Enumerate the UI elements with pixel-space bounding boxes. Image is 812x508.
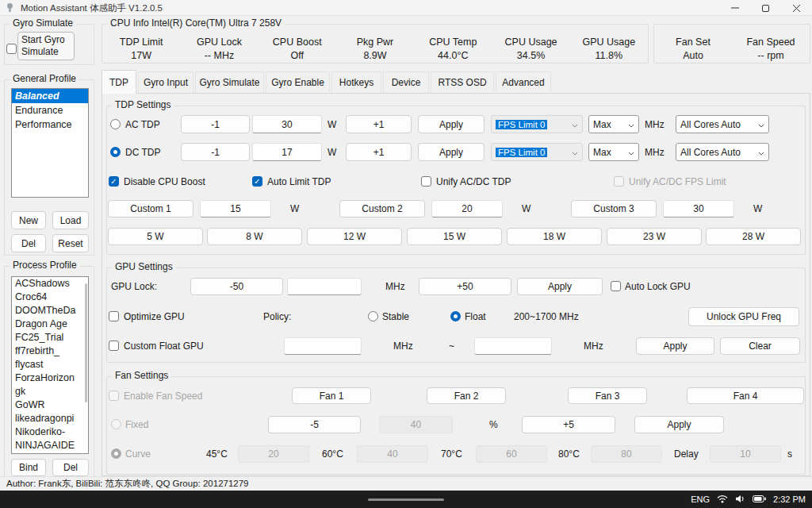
process-bind-button[interactable]: Bind [11,459,46,476]
float-gpu-apply-button[interactable]: Apply [636,337,714,355]
list-item[interactable]: ff7rebirth_ [12,344,88,358]
tab-gyro-simulate[interactable]: Gyro Simulate [195,71,264,93]
list-item[interactable]: ACShadows [12,277,88,291]
policy-stable-radio[interactable] [368,311,378,321]
ac-freq-combo[interactable]: Max [588,115,639,133]
list-item[interactable]: GoWR [12,398,88,412]
float-gpu-min-input[interactable] [284,337,362,355]
fan-fixed-radio[interactable] [111,419,121,429]
quick-tdp-28w-button[interactable]: 28 W [706,228,801,245]
wifi-icon[interactable] [717,495,728,505]
auto-lock-gpu-checkbox[interactable] [611,281,621,291]
float-gpu-clear-button[interactable]: Clear [720,337,800,355]
quick-tdp-15w-button[interactable]: 15 W [407,228,502,245]
curve-value2-input[interactable] [357,445,428,463]
custom3-button[interactable]: Custom 3 [571,200,657,217]
dc-tdp-increment-button[interactable]: +1 [346,143,412,161]
disable-cpu-boost-checkbox[interactable]: ✓ [109,176,119,187]
volume-icon[interactable] [735,495,745,505]
fan4-button[interactable]: Fan 4 [687,387,804,404]
dc-tdp-apply-button[interactable]: Apply [418,143,485,161]
dc-freq-combo[interactable]: Max [588,143,639,161]
curve-delay-input[interactable] [710,445,781,463]
list-item[interactable]: Endurance [12,103,88,117]
ac-tdp-value-input[interactable] [252,115,322,133]
ac-tdp-apply-button[interactable]: Apply [418,115,485,133]
fan1-button[interactable]: Fan 1 [292,387,371,404]
ac-cores-combo[interactable]: All Cores Auto [676,115,769,133]
profile-new-button[interactable]: New [11,211,46,229]
dc-cores-combo[interactable]: All Cores Auto [676,143,769,161]
enable-fan-speed-checkbox[interactable] [109,391,119,401]
quick-tdp-5w-button[interactable]: 5 W [108,228,203,245]
process-del-button[interactable]: Del [52,459,89,476]
gpu-lock-apply-button[interactable]: Apply [517,278,603,295]
ac-tdp-decrement-button[interactable]: -1 [181,115,250,133]
custom-float-gpu-checkbox[interactable] [109,341,119,351]
tab-rtss-osd[interactable]: RTSS OSD [431,71,494,93]
tab-tdp[interactable]: TDP [102,70,136,94]
gpu-lock-value-input[interactable] [287,278,362,295]
close-button[interactable] [780,0,812,16]
taskbar-indicator[interactable] [368,498,444,501]
tab-hotkeys[interactable]: Hotkeys [331,71,381,93]
list-item[interactable]: flycast [12,358,88,371]
fan-curve-radio[interactable] [111,448,121,459]
curve-value1-input[interactable] [238,445,309,463]
list-item[interactable]: Performance [12,117,88,132]
fan-fixed-decrement-button[interactable]: -5 [268,416,361,433]
fan-fixed-apply-button[interactable]: Apply [634,416,724,433]
custom2-value-input[interactable] [431,200,503,217]
curve-value3-input[interactable] [476,445,547,463]
tab-gyro-input[interactable]: Gyro Input [138,71,193,93]
fan2-button[interactable]: Fan 2 [427,387,506,404]
ac-fps-limit-combo[interactable]: FPS Limit 0 [491,115,583,133]
custom2-button[interactable]: Custom 2 [339,200,425,217]
clock[interactable]: 2:32 PM [773,495,806,504]
tab-advanced[interactable]: Advanced [496,71,551,93]
profile-del-button[interactable]: Del [11,234,46,252]
dc-tdp-radio[interactable] [110,147,121,157]
gpu-lock-increment-button[interactable]: +50 [419,278,511,295]
list-item[interactable]: Croc64 [12,291,88,304]
float-gpu-max-input[interactable] [474,337,552,355]
unify-acdc-tdp-checkbox[interactable] [421,176,431,187]
quick-tdp-8w-button[interactable]: 8 W [207,228,302,245]
policy-float-radio[interactable] [450,311,461,321]
list-item[interactable]: Dragon Age [12,318,88,331]
list-item[interactable]: gk [12,385,88,398]
optimize-gpu-checkbox[interactable] [109,311,119,321]
custom1-value-input[interactable] [200,200,271,217]
ac-tdp-radio[interactable] [110,119,121,129]
fan3-button[interactable]: Fan 3 [568,387,647,404]
unify-acdc-fps-checkbox[interactable] [614,176,624,187]
dc-fps-limit-combo[interactable]: FPS Limit 0 [491,143,583,161]
battery-icon[interactable] [753,495,766,504]
quick-tdp-12w-button[interactable]: 12 W [307,228,402,245]
start-gyro-simulate-button[interactable]: Start Gyro Simulate [17,32,75,60]
quick-tdp-18w-button[interactable]: 18 W [507,228,602,245]
maximize-button[interactable] [750,0,780,16]
list-item[interactable]: Balanced [12,89,88,103]
custom3-value-input[interactable] [663,200,734,217]
list-item[interactable]: Nikoderiko- [12,425,88,439]
dc-tdp-value-input[interactable] [252,143,322,161]
custom1-button[interactable]: Custom 1 [108,200,193,217]
auto-limit-tdp-checkbox[interactable]: ✓ [252,176,262,187]
process-list-scrollbar[interactable] [85,283,87,402]
ac-tdp-increment-button[interactable]: +1 [346,115,412,133]
gpu-lock-decrement-button[interactable]: -50 [190,278,283,295]
list-item[interactable]: likeadragonpi [12,412,88,425]
tab-gyro-enable[interactable]: Gyro Enable [266,71,330,93]
profile-load-button[interactable]: Load [52,211,89,229]
fan-fixed-increment-button[interactable]: +5 [522,416,615,433]
dc-tdp-decrement-button[interactable]: -1 [181,143,250,161]
language-indicator[interactable]: ENG [691,495,710,504]
list-item[interactable]: ForzaHorizon [12,371,88,385]
start-gyro-checkbox[interactable] [6,44,17,54]
unlock-gpu-freq-button[interactable]: Unlock GPU Freq [688,307,799,326]
quick-tdp-23w-button[interactable]: 23 W [607,228,702,245]
profile-reset-button[interactable]: Reset [52,234,89,252]
list-item[interactable]: NINJAGAIDE [12,439,88,452]
fan-fixed-value-input[interactable] [379,416,453,433]
